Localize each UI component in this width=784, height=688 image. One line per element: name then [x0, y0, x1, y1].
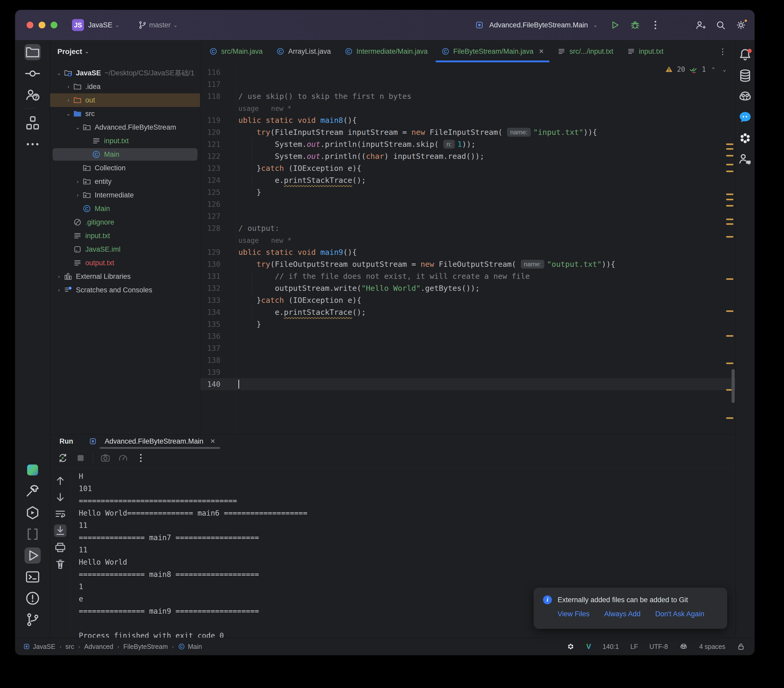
tree-item-src[interactable]: ⌄src	[50, 107, 200, 120]
tool-git-button[interactable]	[25, 612, 41, 628]
editor-tab-intermediate-main-java[interactable]: CIntermediate/Main.java	[338, 40, 435, 63]
tree-item-scratches-and-consoles[interactable]: ›Scratches and Consoles	[50, 283, 200, 297]
tool-build-button[interactable]	[25, 483, 41, 499]
notification-action-view-files[interactable]: View Files	[558, 610, 590, 618]
code-line-124[interactable]: 124 e.printStackTrace();	[200, 174, 736, 186]
code-line-133[interactable]: 133 }catch (IOException e){	[200, 294, 736, 306]
tool-openai-button[interactable]	[738, 131, 753, 146]
notification-action-don-t-ask-again[interactable]: Don't Ask Again	[655, 610, 704, 618]
warning-mark[interactable]	[726, 310, 733, 312]
breadcrumb-item[interactable]: FileByteStream	[124, 643, 168, 650]
editor-tab-arraylist-java[interactable]: CArrayList.java	[269, 40, 338, 63]
tool-services-button[interactable]	[25, 505, 41, 521]
tree-item-entity[interactable]: ›entity	[50, 175, 200, 188]
code-line-136[interactable]: 136	[200, 330, 736, 342]
tree-item-output-txt[interactable]: output.txt	[50, 256, 200, 270]
soft-wrap-button[interactable]	[54, 508, 66, 520]
tree-item-collection[interactable]: Collection	[50, 161, 200, 175]
scroll-to-end-button[interactable]	[54, 525, 66, 537]
tree-item-javase[interactable]: ⌄JavaSE~/Desktop/CS/JavaSE基础/1	[50, 66, 200, 80]
code-line-118[interactable]: 118/ use skip() to skip the first n byte…	[200, 90, 736, 102]
editor-tab-src-input-txt[interactable]: src/.../input.txt	[550, 40, 620, 63]
code-line-131[interactable]: 131 // if the file does not exist, it wi…	[200, 270, 736, 282]
lock-icon[interactable]	[737, 642, 745, 651]
memory-snapshot-button[interactable]	[100, 453, 111, 463]
file-encoding[interactable]: UTF-8	[649, 643, 668, 650]
rerun-button[interactable]	[58, 453, 68, 463]
scroll-up-button[interactable]	[54, 474, 66, 487]
code-line-121[interactable]: 121 System.out.println(inputStream.skip(…	[200, 138, 736, 150]
tool-bookmarks-button[interactable]	[25, 526, 41, 542]
search-everywhere-button[interactable]	[715, 19, 726, 31]
tree-item--gitignore[interactable]: .gitignore	[50, 216, 200, 229]
copilot-status-icon[interactable]	[679, 642, 688, 651]
tree-item-input-txt[interactable]: input.txt	[50, 229, 200, 242]
tool-chat-button[interactable]	[738, 110, 753, 125]
warning-mark[interactable]	[726, 205, 733, 207]
tool-structure-button[interactable]	[25, 115, 41, 131]
tool-run-button[interactable]	[25, 547, 41, 564]
tool-commit-button[interactable]	[25, 66, 41, 82]
code-line-132[interactable]: 132 outputStream.write("Hello World".get…	[200, 282, 736, 294]
tool-more-button[interactable]	[25, 136, 41, 152]
warning-mark[interactable]	[726, 194, 733, 195]
minimize-window-button[interactable]	[39, 21, 45, 28]
close-icon[interactable]: ✕	[210, 438, 216, 445]
code-line-126[interactable]: 126	[200, 198, 736, 210]
tree-item-external-libraries[interactable]: ›External Libraries	[50, 270, 200, 283]
warning-mark[interactable]	[726, 148, 733, 150]
tool-project-button[interactable]	[25, 44, 41, 60]
tree-item-intermediate[interactable]: ›Intermediate	[50, 188, 200, 202]
warning-mark[interactable]	[726, 199, 733, 200]
tree-item-input-txt[interactable]: input.txt	[50, 134, 200, 148]
print-button[interactable]	[54, 541, 66, 554]
code-line-119[interactable]: 119ublic static void main8(){	[200, 114, 736, 126]
warning-mark[interactable]	[726, 164, 733, 165]
code-editor[interactable]: 20 1 ⌃ ⌄ 116117118/ use skip() to skip t…	[200, 63, 736, 434]
tree-item-out[interactable]: ›out	[50, 93, 200, 107]
zoom-window-button[interactable]	[51, 21, 58, 28]
code-line-140[interactable]: 140	[200, 378, 736, 390]
warning-mark[interactable]	[726, 155, 733, 156]
code-line-hint[interactable]: usage new *	[200, 102, 736, 114]
code-line-127[interactable]: 127	[200, 210, 736, 222]
tree-chevron[interactable]: ⌄	[73, 124, 82, 130]
project-name[interactable]: JavaSE	[88, 21, 112, 29]
warning-mark[interactable]	[726, 171, 733, 172]
tree-chevron[interactable]: ⌄	[64, 111, 73, 117]
tool-problems-button[interactable]	[25, 590, 41, 606]
editor-tab-filebytestream-main-java[interactable]: CFileByteStream/Main.java✕	[435, 40, 551, 63]
profiler-button[interactable]	[118, 453, 128, 463]
tool-code-review-button[interactable]	[738, 151, 753, 167]
code-line-122[interactable]: 122 System.out.println((char) inputStrea…	[200, 150, 736, 162]
tree-chevron[interactable]: ›	[64, 84, 73, 89]
code-line-120[interactable]: 120 try(FileInputStream inputStream = ne…	[200, 126, 736, 138]
tree-chevron[interactable]: ›	[54, 287, 64, 293]
tool-copilot-button[interactable]	[738, 89, 753, 104]
console-more-button[interactable]	[135, 453, 146, 463]
code-line-116[interactable]: 116	[200, 66, 736, 78]
warning-mark[interactable]	[726, 236, 733, 238]
breadcrumb-item[interactable]: Advanced	[84, 643, 113, 650]
close-icon[interactable]: ✕	[539, 48, 544, 55]
tree-item-main[interactable]: CMain	[50, 202, 200, 216]
close-window-button[interactable]	[26, 21, 33, 28]
tab-options-button[interactable]: ⋮	[710, 47, 736, 56]
tool-plugin-button[interactable]	[25, 462, 41, 478]
warning-mark[interactable]	[726, 278, 733, 280]
tree-item--idea[interactable]: ›.idea	[50, 80, 200, 93]
code-line-138[interactable]: 138	[200, 354, 736, 366]
tree-item-main[interactable]: CMain	[50, 148, 200, 161]
tool-database-button[interactable]	[738, 68, 753, 83]
code-line-hint[interactable]: usage new *	[200, 234, 736, 246]
breadcrumb-item[interactable]: src	[66, 643, 74, 650]
vim-status[interactable]: V	[586, 642, 591, 651]
run-panel-title[interactable]: Run	[59, 437, 73, 446]
indent-setting[interactable]: 4 spaces	[699, 643, 725, 650]
code-line-137[interactable]: 137	[200, 342, 736, 354]
run-tab-scrollbar[interactable]	[100, 447, 220, 449]
editor-tab-src-main-java[interactable]: Csrc/Main.java	[203, 40, 269, 63]
tool-notifications-button[interactable]	[738, 47, 753, 63]
tree-chevron[interactable]: ›	[73, 179, 82, 184]
tree-chevron[interactable]: ›	[54, 273, 64, 279]
